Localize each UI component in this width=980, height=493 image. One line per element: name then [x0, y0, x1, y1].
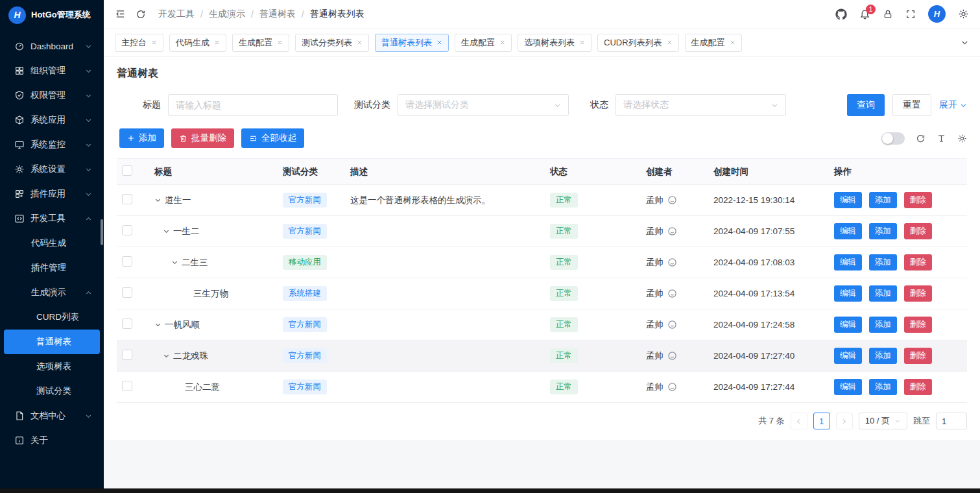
edit-button[interactable]: 编辑: [834, 285, 862, 302]
next-page-button[interactable]: [836, 413, 853, 429]
striped-toggle[interactable]: [881, 132, 905, 145]
breadcrumb-item[interactable]: 开发工具: [158, 8, 195, 20]
title-filter-input[interactable]: [168, 94, 338, 116]
close-tab-icon[interactable]: [499, 40, 505, 45]
sidebar-item-system-monitor[interactable]: 系统监控: [4, 132, 100, 157]
edit-button[interactable]: 编辑: [834, 254, 862, 271]
delete-button[interactable]: 删除: [904, 379, 932, 395]
row-checkbox[interactable]: [122, 319, 132, 329]
breadcrumb-item[interactable]: 生成演示: [209, 8, 245, 20]
edit-button[interactable]: 编辑: [834, 348, 862, 364]
row-checkbox[interactable]: [122, 350, 132, 360]
sidebar-item-organization[interactable]: 组织管理: [4, 58, 100, 83]
close-tab-icon[interactable]: [667, 40, 673, 45]
tab-item-1[interactable]: 代码生成: [169, 34, 226, 52]
edit-button[interactable]: 编辑: [834, 379, 862, 395]
row-checkbox[interactable]: [122, 194, 132, 204]
user-avatar[interactable]: H: [928, 5, 946, 23]
close-tab-icon[interactable]: [214, 40, 220, 45]
tabs-dropdown-button[interactable]: [961, 38, 969, 47]
add-child-button[interactable]: 添加: [869, 285, 897, 302]
batch-delete-button[interactable]: 批量删除: [171, 128, 234, 148]
close-tab-icon[interactable]: [579, 40, 585, 45]
column-settings-button[interactable]: [957, 134, 967, 143]
sidebar-item-tree-table[interactable]: 普通树表: [4, 330, 100, 354]
fullscreen-button[interactable]: [905, 9, 916, 19]
reset-button[interactable]: 重置: [892, 94, 931, 116]
prev-page-button[interactable]: [791, 413, 807, 429]
add-child-button[interactable]: 添加: [869, 254, 897, 271]
sidebar-item-code-gen[interactable]: 代码生成: [4, 231, 100, 256]
tab-item-7[interactable]: CUDR列表列表: [597, 34, 679, 52]
sidebar-item-dashboard[interactable]: Dashboard: [4, 34, 100, 58]
delete-button[interactable]: 删除: [904, 317, 932, 333]
row-checkbox[interactable]: [122, 256, 132, 267]
tab-item-0[interactable]: 主控台: [115, 34, 163, 52]
collapse-all-button[interactable]: 全部收起: [241, 128, 304, 148]
sidebar-item-system-settings[interactable]: 系统设置: [4, 157, 100, 182]
sidebar-item-dev-tools[interactable]: 开发工具: [4, 206, 100, 231]
app-logo[interactable]: H HotGo管理系统: [0, 0, 104, 30]
edit-button[interactable]: 编辑: [834, 192, 862, 208]
delete-button[interactable]: 删除: [904, 223, 932, 239]
sidebar-item-doc-center[interactable]: 文档中心: [4, 403, 100, 428]
tree-expand-icon[interactable]: [154, 197, 161, 204]
delete-button[interactable]: 删除: [904, 348, 932, 364]
reload-table-button[interactable]: [916, 134, 926, 143]
tab-item-8[interactable]: 生成配置: [685, 34, 742, 52]
tree-expand-icon[interactable]: [163, 352, 170, 359]
edit-button[interactable]: 编辑: [834, 223, 862, 239]
jump-to-input[interactable]: [936, 413, 967, 429]
add-child-button[interactable]: 添加: [869, 317, 897, 333]
tab-item-4[interactable]: 普通树表列表: [375, 34, 449, 52]
status-filter-select[interactable]: 请选择状态: [615, 94, 786, 116]
tree-expand-icon[interactable]: [154, 321, 161, 328]
close-tab-icon[interactable]: [357, 40, 363, 45]
expand-filters-button[interactable]: 展开: [939, 99, 967, 111]
close-tab-icon[interactable]: [277, 40, 283, 45]
row-checkbox[interactable]: [122, 287, 132, 298]
sidebar-item-plugin-app[interactable]: 插件应用: [4, 182, 100, 206]
breadcrumb-item[interactable]: 普通树表: [259, 8, 296, 20]
tab-item-6[interactable]: 选项树表列表: [518, 34, 592, 52]
sidebar-item-plugin-manage[interactable]: 插件管理: [4, 256, 100, 280]
tree-expand-icon[interactable]: [163, 228, 170, 235]
collapse-sidebar-button[interactable]: [115, 8, 126, 19]
add-child-button[interactable]: 添加: [869, 379, 897, 395]
tab-item-3[interactable]: 测试分类列表: [295, 34, 369, 52]
tab-item-2[interactable]: 生成配置: [232, 34, 289, 52]
sidebar-item-system-app[interactable]: 系统应用: [4, 108, 100, 132]
close-tab-icon[interactable]: [730, 40, 735, 45]
sidebar-item-test-category[interactable]: 测试分类: [4, 379, 100, 403]
github-button[interactable]: [835, 8, 847, 20]
refresh-page-button[interactable]: [136, 9, 146, 19]
sidebar-item-permission[interactable]: 权限管理: [4, 83, 100, 108]
edit-button[interactable]: 编辑: [834, 317, 862, 333]
add-child-button[interactable]: 添加: [869, 192, 897, 208]
close-tab-icon[interactable]: [151, 40, 157, 45]
tab-item-5[interactable]: 生成配置: [455, 34, 512, 52]
page-number-button[interactable]: 1: [813, 413, 830, 429]
sidebar-item-about[interactable]: 关于: [4, 428, 100, 453]
category-filter-select[interactable]: 请选择测试分类: [398, 94, 569, 116]
delete-button[interactable]: 删除: [904, 192, 932, 208]
delete-button[interactable]: 删除: [904, 254, 932, 271]
lock-screen-button[interactable]: [883, 9, 893, 19]
sidebar-item-option-tree[interactable]: 选项树表: [4, 354, 100, 379]
row-checkbox[interactable]: [122, 225, 132, 235]
sidebar-item-curd-list[interactable]: CURD列表: [4, 305, 100, 330]
layout-settings-button[interactable]: [958, 8, 969, 19]
table-size-button[interactable]: [937, 134, 946, 143]
sidebar-item-gen-demo[interactable]: 生成演示: [4, 280, 100, 305]
add-child-button[interactable]: 添加: [869, 348, 897, 364]
tree-expand-icon[interactable]: [171, 259, 178, 266]
add-button[interactable]: 添加: [119, 128, 164, 148]
add-child-button[interactable]: 添加: [869, 223, 897, 239]
search-button[interactable]: 查询: [847, 94, 885, 116]
select-all-checkbox[interactable]: [122, 165, 132, 176]
row-checkbox[interactable]: [122, 381, 132, 391]
delete-button[interactable]: 删除: [904, 285, 932, 302]
breadcrumb-item[interactable]: 普通树表列表: [310, 8, 365, 20]
page-size-select[interactable]: 10 / 页: [859, 413, 907, 429]
sidebar-scrollbar[interactable]: [101, 219, 103, 245]
